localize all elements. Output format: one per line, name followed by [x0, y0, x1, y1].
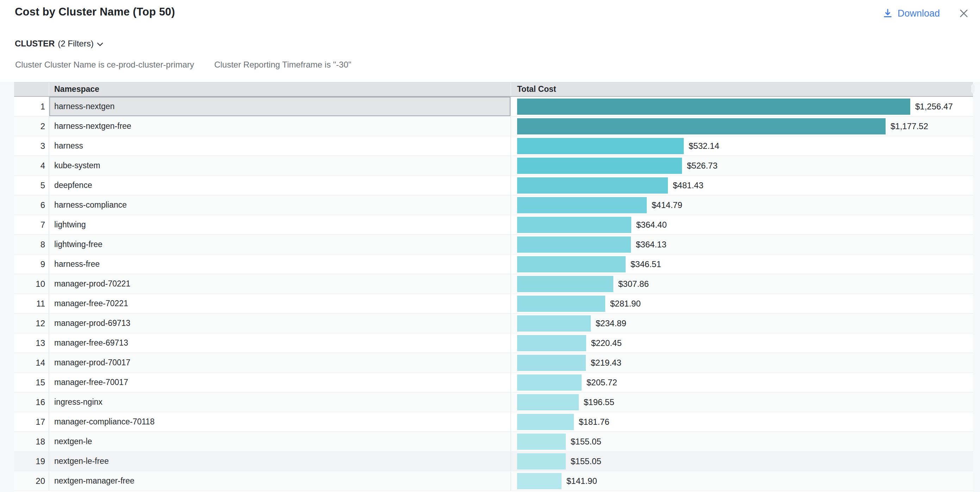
namespace-cell[interactable]: manager-free-69713: [49, 333, 511, 352]
namespace-cell[interactable]: manager-free-70221: [49, 294, 511, 313]
total-cost-cell[interactable]: $181.76: [511, 412, 972, 432]
header-cell-namespace[interactable]: Namespace: [49, 83, 511, 96]
namespace-cell[interactable]: harness-nextgen: [49, 97, 511, 116]
total-cost-cell[interactable]: $155.05: [511, 452, 972, 471]
total-cost-cell[interactable]: $364.40: [511, 215, 972, 234]
table-row[interactable]: 19 nextgen-le-free $155.05: [14, 452, 973, 471]
namespace-cell[interactable]: manager-free-70017: [49, 373, 511, 392]
table-row[interactable]: 12 manager-prod-69713 $234.89: [14, 314, 973, 333]
namespace-cell[interactable]: manager-prod-70017: [49, 353, 511, 372]
row-number-cell[interactable]: 20: [14, 471, 49, 490]
total-cost-cell[interactable]: $196.55: [511, 392, 972, 412]
table-row[interactable]: 2 harness-nextgen-free $1,177.52: [14, 116, 973, 136]
header-cell-total-cost[interactable]: Total Cost: [511, 83, 972, 96]
row-number-cell[interactable]: 15: [14, 373, 49, 392]
cost-bar[interactable]: [517, 335, 586, 351]
namespace-cell[interactable]: nextgen-manager-free: [49, 471, 511, 490]
total-cost-cell[interactable]: $220.45: [511, 333, 972, 352]
namespace-cell[interactable]: deepfence: [49, 176, 511, 195]
cost-bar[interactable]: [517, 158, 682, 174]
table-row[interactable]: 18 nextgen-le $155.05: [14, 432, 973, 452]
namespace-cell[interactable]: harness-nextgen-free: [49, 116, 511, 136]
row-number-cell[interactable]: 13: [14, 333, 49, 352]
namespace-cell[interactable]: kube-system: [49, 156, 511, 175]
table-row[interactable]: 8 lightwing-free $364.13: [14, 235, 973, 254]
row-number-cell[interactable]: 10: [14, 274, 49, 294]
total-cost-cell[interactable]: $307.86: [511, 274, 972, 294]
row-number-cell[interactable]: 12: [14, 314, 49, 333]
table-row[interactable]: 10 manager-prod-70221 $307.86: [14, 274, 973, 294]
cost-bar[interactable]: [517, 276, 613, 292]
table-row[interactable]: 20 nextgen-manager-free $141.90: [14, 471, 973, 491]
row-number-cell[interactable]: 18: [14, 432, 49, 451]
namespace-cell[interactable]: harness-free: [49, 254, 511, 274]
namespace-cell[interactable]: ingress-nginx: [49, 392, 511, 412]
cost-bar[interactable]: [517, 453, 566, 470]
total-cost-cell[interactable]: $155.05: [511, 432, 972, 451]
total-cost-cell[interactable]: $205.72: [511, 373, 972, 392]
row-number-cell[interactable]: 8: [14, 235, 49, 254]
cost-bar[interactable]: [517, 197, 647, 213]
cost-bar[interactable]: [517, 256, 625, 272]
total-cost-cell[interactable]: $346.51: [511, 254, 972, 274]
scrollbar-thumb[interactable]: [971, 84, 975, 93]
cost-bar[interactable]: [517, 433, 566, 450]
namespace-cell[interactable]: manager-prod-70221: [49, 274, 511, 294]
total-cost-cell[interactable]: $481.43: [511, 176, 972, 195]
row-number-cell[interactable]: 6: [14, 195, 49, 215]
row-number-cell[interactable]: 17: [14, 412, 49, 432]
cost-bar[interactable]: [517, 375, 582, 390]
header-cell-index[interactable]: [14, 83, 49, 96]
cluster-filter-toggle[interactable]: CLUSTER (2 Filters): [15, 39, 103, 49]
namespace-cell[interactable]: lightwing-free: [49, 235, 511, 254]
total-cost-cell[interactable]: $281.90: [511, 294, 972, 313]
table-row[interactable]: 7 lightwing $364.40: [14, 215, 973, 235]
table-row[interactable]: 17 manager-compliance-70118 $181.76: [14, 412, 973, 432]
namespace-cell[interactable]: harness: [49, 136, 511, 156]
table-row[interactable]: 4 kube-system $526.73: [14, 156, 973, 176]
namespace-cell[interactable]: nextgen-le-free: [49, 452, 511, 471]
table-row[interactable]: 3 harness $532.14: [14, 136, 973, 156]
row-number-cell[interactable]: 11: [14, 294, 49, 313]
total-cost-cell[interactable]: $1,177.52: [511, 116, 972, 136]
total-cost-cell[interactable]: $364.13: [511, 235, 972, 254]
namespace-cell[interactable]: nextgen-le: [49, 432, 511, 451]
namespace-cell[interactable]: manager-prod-69713: [49, 314, 511, 333]
cost-bar[interactable]: [517, 138, 684, 154]
cost-bar[interactable]: [517, 236, 631, 253]
total-cost-cell[interactable]: $219.43: [511, 353, 972, 372]
row-number-cell[interactable]: 19: [14, 452, 49, 471]
row-number-cell[interactable]: 4: [14, 156, 49, 175]
table-row[interactable]: 1 harness-nextgen $1,256.47: [14, 97, 973, 116]
total-cost-cell[interactable]: $234.89: [511, 314, 972, 333]
close-button[interactable]: [958, 8, 969, 19]
table-row[interactable]: 11 manager-free-70221 $281.90: [14, 294, 973, 314]
row-number-cell[interactable]: 5: [14, 176, 49, 195]
cost-bar[interactable]: [517, 178, 668, 194]
row-number-cell[interactable]: 1: [14, 97, 49, 116]
row-number-cell[interactable]: 2: [14, 116, 49, 136]
row-number-cell[interactable]: 7: [14, 215, 49, 234]
total-cost-cell[interactable]: $532.14: [511, 136, 972, 156]
row-number-cell[interactable]: 16: [14, 392, 49, 412]
namespace-cell[interactable]: lightwing: [49, 215, 511, 234]
table-row[interactable]: 16 ingress-nginx $196.55: [14, 392, 973, 412]
table-row[interactable]: 6 harness-compliance $414.79: [14, 195, 973, 215]
table-row[interactable]: 5 deepfence $481.43: [14, 176, 973, 195]
total-cost-cell[interactable]: $414.79: [511, 195, 972, 215]
download-button[interactable]: Download: [883, 8, 940, 19]
cost-bar[interactable]: [517, 394, 579, 410]
table-row[interactable]: 14 manager-prod-70017 $219.43: [14, 353, 973, 373]
cost-bar[interactable]: [517, 98, 910, 115]
cost-bar[interactable]: [517, 217, 631, 233]
namespace-cell[interactable]: harness-compliance: [49, 195, 511, 215]
table-row[interactable]: 13 manager-free-69713 $220.45: [14, 333, 973, 353]
cost-bar[interactable]: [517, 296, 605, 312]
cost-bar[interactable]: [517, 414, 574, 430]
total-cost-cell[interactable]: $1,256.47: [511, 97, 972, 116]
namespace-cell[interactable]: manager-compliance-70118: [49, 412, 511, 432]
total-cost-cell[interactable]: $526.73: [511, 156, 972, 175]
cost-bar[interactable]: [517, 355, 586, 371]
table-row[interactable]: 15 manager-free-70017 $205.72: [14, 373, 973, 392]
table-row[interactable]: 9 harness-free $346.51: [14, 254, 973, 274]
